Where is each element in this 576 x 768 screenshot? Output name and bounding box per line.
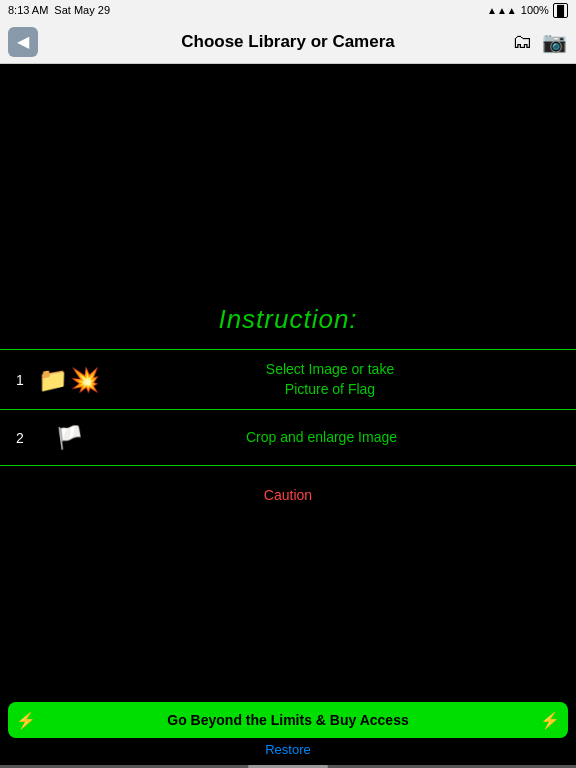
black-top-area xyxy=(0,64,576,294)
step-1-text: Select Image or take Picture of Flag xyxy=(100,360,560,399)
go-beyond-label: Go Beyond the Limits & Buy Access xyxy=(167,712,408,728)
step-2-number: 2 xyxy=(16,430,30,446)
main-content: Instruction: 1 📁 💥 Select Image or take … xyxy=(0,64,576,706)
flash-icon: 💥 xyxy=(70,366,100,394)
status-bar: 8:13 AM Sat May 29 ▲▲▲ 100% █ xyxy=(0,0,576,20)
gallery-button[interactable]: 🗂 xyxy=(508,31,536,53)
crop-icon: ✂🏳️ xyxy=(38,425,83,451)
battery-icon: █ xyxy=(553,3,568,18)
step-1-icons: 📁 💥 xyxy=(38,366,100,394)
go-beyond-left-icon: ⚡ xyxy=(16,711,36,730)
folder-icon: 📁 xyxy=(38,366,68,394)
caution-text: Caution xyxy=(264,487,312,503)
back-button[interactable]: ◀ xyxy=(8,27,38,57)
battery-percent: 100% xyxy=(521,4,549,16)
status-left: 8:13 AM Sat May 29 xyxy=(8,4,110,16)
nav-title: Choose Library or Camera xyxy=(181,32,395,52)
instruction-title: Instruction: xyxy=(0,304,576,335)
step-1-number: 1 xyxy=(16,372,30,388)
camera-button[interactable]: 📷 xyxy=(540,31,568,53)
status-time: 8:13 AM xyxy=(8,4,48,16)
instruction-section: Instruction: 1 📁 💥 Select Image or take … xyxy=(0,294,576,504)
step-1-row: 1 📁 💥 Select Image or take Picture of Fl… xyxy=(0,350,576,410)
camera-icon: 📷 xyxy=(542,30,567,54)
step-2-icons: ✂🏳️ xyxy=(38,425,83,451)
go-beyond-right-icon: ⚡ xyxy=(540,711,560,730)
status-date: Sat May 29 xyxy=(54,4,110,16)
gallery-icon: 🗂 xyxy=(512,30,532,53)
go-beyond-button[interactable]: ⚡ Go Beyond the Limits & Buy Access ⚡ xyxy=(8,702,568,738)
restore-button[interactable]: Restore xyxy=(0,738,576,763)
back-icon: ◀ xyxy=(17,32,29,51)
caution-section: Caution xyxy=(0,486,576,504)
nav-bar: ◀ Choose Library or Camera 🗂 📷 xyxy=(0,20,576,64)
wifi-icon: ▲▲▲ xyxy=(487,5,517,16)
step-2-text: Crop and enlarge Image xyxy=(83,428,560,448)
status-right: ▲▲▲ 100% █ xyxy=(487,3,568,18)
bottom-bar: ⚡ Go Beyond the Limits & Buy Access ⚡ Re… xyxy=(0,702,576,768)
step-2-row: 2 ✂🏳️ Crop and enlarge Image xyxy=(0,410,576,466)
nav-right-icons: 🗂 📷 xyxy=(508,31,568,53)
